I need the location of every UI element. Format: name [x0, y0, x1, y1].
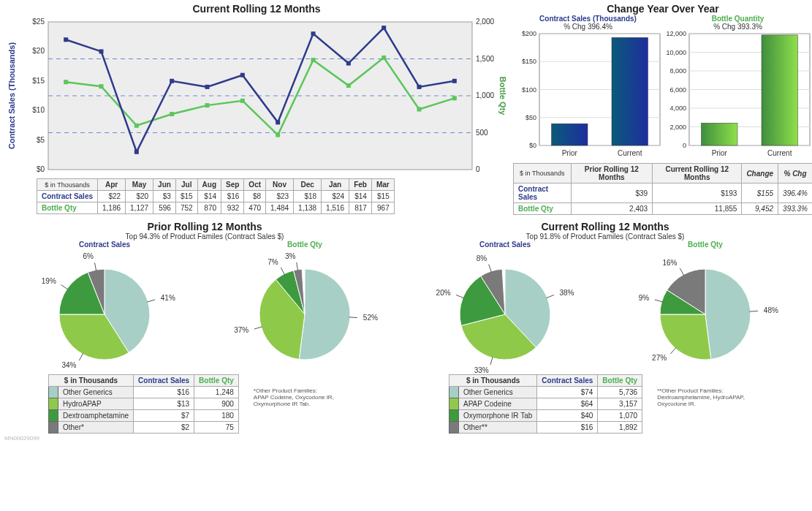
svg-text:Current: Current — [618, 149, 642, 157]
current-product-table: $ in Thousands Contract Sales Bottle Qty… — [449, 374, 642, 434]
svg-text:$5: $5 — [37, 136, 45, 144]
svg-text:41%: 41% — [161, 294, 175, 302]
svg-rect-25 — [346, 83, 351, 88]
svg-text:37%: 37% — [234, 326, 248, 334]
svg-text:500: 500 — [476, 129, 488, 137]
svg-line-75 — [147, 300, 155, 302]
yoy-title: Change Year Over Year — [513, 3, 812, 15]
svg-text:$0: $0 — [529, 142, 536, 149]
svg-rect-26 — [382, 56, 386, 60]
svg-text:Contract Sales (Thousands): Contract Sales (Thousands) — [7, 42, 16, 149]
prior-product-table: $ in Thousands Contract Sales Bottle Qty… — [48, 374, 239, 434]
svg-text:3%: 3% — [285, 252, 296, 260]
svg-line-101 — [670, 348, 675, 354]
svg-text:2,000: 2,000 — [476, 18, 494, 26]
yoy-left-title: Contract Sales (Thousands) — [513, 15, 663, 23]
svg-line-77 — [79, 353, 83, 360]
current-pie-qty: 48%27%9%16% — [605, 249, 805, 373]
svg-text:0: 0 — [683, 142, 686, 149]
svg-text:$150: $150 — [522, 58, 536, 65]
svg-text:8,000: 8,000 — [669, 67, 686, 75]
svg-rect-18 — [99, 84, 104, 88]
svg-rect-33 — [205, 85, 210, 89]
svg-text:10,000: 10,000 — [666, 49, 686, 56]
svg-rect-36 — [311, 31, 316, 36]
svg-text:27%: 27% — [652, 354, 667, 362]
svg-text:1,000: 1,000 — [476, 91, 494, 99]
svg-text:52%: 52% — [363, 314, 378, 322]
current-footnote: **Other Product Families: Dextroamphetam… — [657, 387, 745, 407]
svg-text:6,000: 6,000 — [669, 86, 686, 94]
report-id: MN00029099 — [4, 435, 808, 442]
svg-text:$200: $200 — [522, 31, 536, 37]
svg-rect-30 — [99, 49, 104, 53]
svg-rect-19 — [134, 124, 139, 128]
svg-text:4,000: 4,000 — [669, 105, 686, 112]
svg-text:$15: $15 — [32, 77, 45, 85]
svg-text:$25: $25 — [32, 18, 45, 26]
svg-rect-52 — [552, 124, 588, 145]
svg-text:6%: 6% — [83, 252, 94, 260]
svg-rect-40 — [452, 79, 457, 83]
svg-rect-28 — [452, 96, 457, 100]
current-sub: Top 91.8% of Product Familes (Contract S… — [405, 232, 805, 241]
svg-text:Bottle Qty: Bottle Qty — [498, 77, 507, 116]
svg-rect-27 — [417, 107, 422, 111]
svg-text:Current: Current — [767, 149, 792, 157]
prior-title: Prior Rolling 12 Months — [4, 221, 405, 232]
svg-text:48%: 48% — [764, 306, 778, 314]
svg-text:16%: 16% — [662, 259, 677, 267]
svg-line-81 — [95, 262, 96, 270]
svg-text:9%: 9% — [639, 294, 650, 302]
prior-pie-sales-title: Contract Sales — [4, 241, 205, 249]
yoy-right-title: Bottle Quantity — [663, 15, 812, 23]
svg-rect-37 — [346, 61, 351, 66]
svg-line-79 — [61, 285, 67, 289]
svg-rect-24 — [311, 58, 316, 62]
prior-pie-sales: 41%34%19%6% — [4, 249, 205, 373]
svg-text:1,500: 1,500 — [476, 55, 494, 63]
svg-rect-54 — [612, 37, 648, 145]
svg-rect-39 — [417, 85, 422, 89]
yoy-data-table: $ in ThousandsPrior Rolling 12 MonthsCur… — [513, 163, 812, 215]
svg-text:2,000: 2,000 — [669, 124, 686, 131]
svg-text:33%: 33% — [474, 366, 489, 373]
yoy-left-sub: % Chg 396.4% — [513, 23, 663, 31]
svg-line-87 — [281, 268, 284, 275]
svg-line-91 — [546, 295, 553, 298]
svg-text:34%: 34% — [61, 361, 76, 369]
svg-rect-34 — [240, 73, 245, 77]
svg-text:$50: $50 — [525, 114, 536, 121]
svg-text:19%: 19% — [42, 277, 56, 285]
svg-text:7%: 7% — [267, 258, 278, 266]
svg-text:0: 0 — [476, 165, 480, 173]
svg-line-93 — [490, 357, 493, 365]
main-line-chart: $25$20$15$10$5$02,0001,5001,0005000Contr… — [4, 15, 509, 177]
svg-line-89 — [297, 262, 298, 270]
svg-line-85 — [254, 327, 262, 329]
svg-rect-73 — [762, 35, 798, 145]
svg-rect-35 — [276, 120, 280, 124]
svg-line-99 — [750, 311, 758, 311]
svg-rect-31 — [134, 150, 139, 154]
svg-line-95 — [456, 295, 463, 298]
svg-text:8%: 8% — [477, 254, 487, 262]
svg-text:$100: $100 — [522, 86, 536, 94]
main-data-table: $ in ThousandsAprMayJunJulAugSepOctNovDe… — [37, 178, 395, 214]
prior-pie-qty: 52%37%7%3% — [205, 249, 405, 373]
yoy-bar-bottle: 12,00010,0008,0006,0004,0002,0000PriorCu… — [663, 31, 812, 159]
svg-line-105 — [680, 268, 683, 276]
svg-line-97 — [489, 265, 491, 273]
prior-sub: Top 94.3% of Product Familes (Contract S… — [4, 232, 405, 241]
current-pie-qty-title: Bottle Qty — [605, 241, 805, 249]
svg-text:38%: 38% — [559, 289, 574, 297]
svg-rect-71 — [702, 123, 738, 145]
svg-text:Prior: Prior — [562, 149, 578, 157]
svg-text:$10: $10 — [32, 106, 45, 114]
yoy-right-sub: % Chg 393.3% — [663, 23, 812, 31]
svg-line-83 — [349, 317, 357, 318]
current-pie-sales-title: Contract Sales — [405, 241, 605, 249]
main-chart-title: Current Rolling 12 Months — [4, 3, 509, 15]
svg-rect-29 — [64, 37, 68, 42]
svg-text:20%: 20% — [436, 289, 451, 297]
